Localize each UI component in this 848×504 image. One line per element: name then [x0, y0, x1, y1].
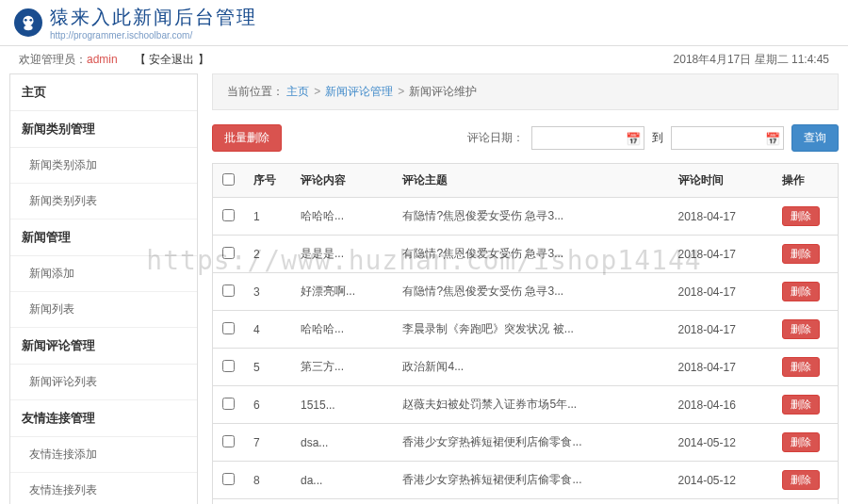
cell-content: dsa... [291, 424, 393, 462]
menu-item[interactable]: 新闻类别添加 [10, 148, 197, 184]
header: 猿来入此新闻后台管理 http://programmer.ischoolbar.… [0, 0, 848, 46]
table-row: 9 das... 香港少女穿热裤短裙便利店偷零食... 2014-05-12 删… [213, 499, 839, 505]
cell-subject: 香港少女穿热裤短裙便利店偷零食... [393, 424, 668, 462]
cell-seq: 4 [244, 311, 291, 349]
cell-time: 2018-04-17 [669, 198, 773, 236]
data-table: 序号 评论内容 评论主题 评论时间 操作 1 哈哈哈... 有隐情?焦恩俊爱女受… [212, 163, 839, 504]
cell-seq: 9 [244, 499, 291, 505]
menu-item[interactable]: 友情连接列表 [10, 473, 197, 504]
menu-item[interactable]: 新闻评论列表 [10, 365, 197, 400]
welcome-text: 欢迎管理员：admin 【 安全退出 】 [19, 52, 209, 68]
sidebar: 主页新闻类别管理新闻类别添加新闻类别列表新闻管理新闻添加新闻列表新闻评论管理新闻… [9, 73, 198, 504]
date-to-label: 到 [652, 130, 663, 146]
row-checkbox[interactable] [222, 285, 235, 297]
search-button[interactable]: 查询 [791, 124, 839, 152]
cell-subject: 香港少女穿热裤短裙便利店偷零食... [393, 499, 668, 505]
cell-seq: 6 [244, 386, 291, 424]
cell-subject: 有隐情?焦恩俊爱女受伤 急寻3... [393, 273, 668, 311]
cell-content: 哈哈哈... [291, 198, 393, 236]
menu-header[interactable]: 主页 [10, 74, 197, 111]
delete-button[interactable]: 删除 [782, 206, 820, 226]
breadcrumb: 当前位置： 主页>新闻评论管理>新闻评论维护 [212, 73, 839, 110]
cell-subject: 有隐情?焦恩俊爱女受伤 急寻3... [393, 236, 668, 273]
breadcrumb-item: 新闻评论维护 [409, 85, 477, 98]
table-row: 5 第三方... 政治新闻4... 2018-04-17 删除 [213, 349, 839, 386]
cell-time: 2014-05-12 [669, 424, 773, 462]
delete-button[interactable]: 删除 [782, 470, 820, 490]
svg-point-3 [24, 25, 32, 31]
menu-item[interactable]: 友情连接添加 [10, 437, 197, 473]
filter-bar: 批量删除 评论日期： 📅 到 📅 查询 [212, 124, 839, 152]
cell-seq: 2 [244, 236, 291, 273]
cell-time: 2018-04-17 [669, 273, 773, 311]
delete-button[interactable]: 删除 [782, 395, 820, 415]
delete-button[interactable]: 删除 [782, 319, 820, 339]
col-content: 评论内容 [291, 164, 393, 198]
calendar-icon[interactable]: 📅 [626, 131, 641, 145]
cell-content: 是是是... [291, 236, 393, 273]
table-row: 4 哈哈哈... 李晨录制《奔跑吧》突发状况 被... 2018-04-17 删… [213, 311, 839, 349]
row-checkbox[interactable] [222, 435, 235, 447]
cell-subject: 李晨录制《奔跑吧》突发状况 被... [393, 311, 668, 349]
row-checkbox[interactable] [222, 322, 235, 334]
cell-seq: 5 [244, 349, 291, 386]
cell-content: 第三方... [291, 349, 393, 386]
row-checkbox[interactable] [222, 473, 235, 485]
row-checkbox[interactable] [222, 209, 235, 221]
breadcrumb-label: 当前位置： [227, 85, 284, 98]
row-checkbox[interactable] [222, 247, 235, 259]
menu-item[interactable]: 新闻类别列表 [10, 184, 197, 219]
cell-content: 好漂亮啊... [291, 273, 393, 311]
menu-item[interactable]: 新闻列表 [10, 292, 197, 328]
cell-time: 2018-04-17 [669, 236, 773, 273]
logo-title: 猿来入此新闻后台管理 [50, 5, 257, 30]
table-row: 6 1515... 赵薇夫妇被处罚禁入证券市场5年... 2018-04-16 … [213, 386, 839, 424]
svg-point-2 [29, 19, 32, 22]
cell-time: 2014-05-12 [669, 499, 773, 505]
delete-button[interactable]: 删除 [782, 282, 820, 301]
logo-area: 猿来入此新闻后台管理 http://programmer.ischoolbar.… [14, 5, 257, 41]
menu-header[interactable]: 友情连接管理 [10, 400, 197, 437]
cell-content: 1515... [291, 386, 393, 424]
cell-seq: 3 [244, 273, 291, 311]
main-content: 当前位置： 主页>新闻评论管理>新闻评论维护 批量删除 评论日期： 📅 到 📅 … [212, 73, 839, 504]
date-filter-label: 评论日期： [467, 130, 524, 146]
col-time: 评论时间 [669, 164, 773, 198]
batch-delete-button[interactable]: 批量删除 [212, 124, 282, 152]
cell-subject: 有隐情?焦恩俊爱女受伤 急寻3... [393, 198, 668, 236]
select-all-checkbox[interactable] [222, 173, 235, 186]
cell-time: 2018-04-17 [669, 349, 773, 386]
cell-seq: 7 [244, 424, 291, 462]
menu-header[interactable]: 新闻管理 [10, 219, 197, 256]
breadcrumb-item[interactable]: 新闻评论管理 [325, 85, 393, 98]
col-subject: 评论主题 [393, 164, 668, 198]
welcome-prefix: 欢迎管理员： [19, 53, 87, 66]
svg-point-0 [24, 16, 34, 26]
table-row: 2 是是是... 有隐情?焦恩俊爱女受伤 急寻3... 2018-04-17 删… [213, 236, 839, 273]
logo-icon [14, 8, 42, 37]
delete-button[interactable]: 删除 [782, 432, 820, 452]
cell-content: das... [291, 499, 393, 505]
delete-button[interactable]: 删除 [782, 357, 820, 377]
breadcrumb-item[interactable]: 主页 [286, 85, 309, 98]
row-checkbox[interactable] [222, 398, 235, 410]
delete-button[interactable]: 删除 [782, 244, 820, 264]
table-row: 3 好漂亮啊... 有隐情?焦恩俊爱女受伤 急寻3... 2018-04-17 … [213, 273, 839, 311]
cell-seq: 1 [244, 198, 291, 236]
table-row: 8 da... 香港少女穿热裤短裙便利店偷零食... 2014-05-12 删除 [213, 462, 839, 499]
logout-link[interactable]: 【 安全退出 】 [135, 53, 209, 66]
calendar-icon[interactable]: 📅 [765, 131, 780, 145]
table-row: 1 哈哈哈... 有隐情?焦恩俊爱女受伤 急寻3... 2018-04-17 删… [213, 198, 839, 236]
cell-time: 2018-04-17 [669, 311, 773, 349]
menu-header[interactable]: 新闻评论管理 [10, 328, 197, 365]
table-row: 7 dsa... 香港少女穿热裤短裙便利店偷零食... 2014-05-12 删… [213, 424, 839, 462]
menu-item[interactable]: 新闻添加 [10, 256, 197, 292]
cell-time: 2014-05-12 [669, 462, 773, 499]
col-seq: 序号 [244, 164, 291, 198]
cell-subject: 赵薇夫妇被处罚禁入证券市场5年... [393, 386, 668, 424]
menu-header[interactable]: 新闻类别管理 [10, 111, 197, 148]
cell-seq: 8 [244, 462, 291, 499]
row-checkbox[interactable] [222, 360, 235, 372]
cell-subject: 香港少女穿热裤短裙便利店偷零食... [393, 462, 668, 499]
cell-subject: 政治新闻4... [393, 349, 668, 386]
